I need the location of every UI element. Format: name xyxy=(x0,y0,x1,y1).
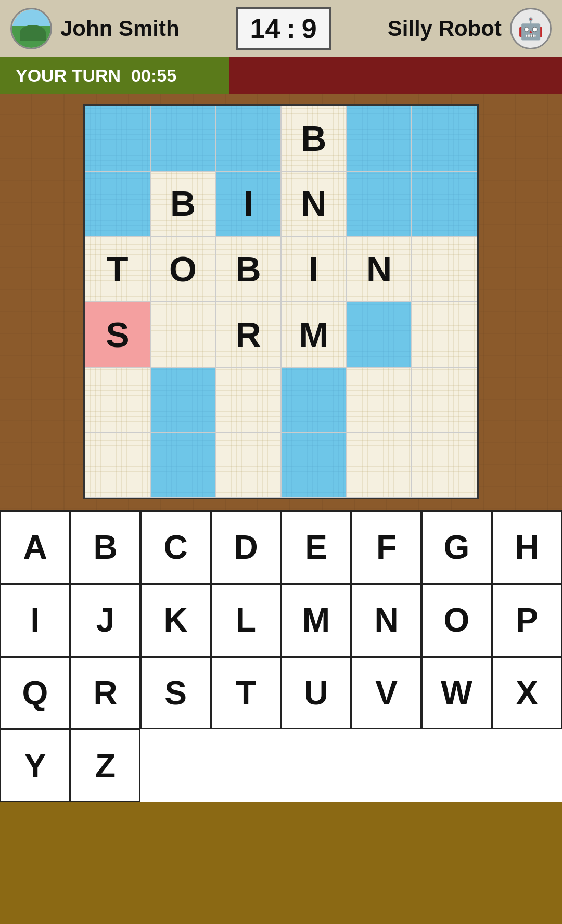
cell-0-3[interactable]: B xyxy=(281,106,347,171)
cell-1-1[interactable]: B xyxy=(150,171,216,237)
player1-avatar xyxy=(10,8,52,49)
letter-O: O xyxy=(169,249,197,289)
cell-1-3[interactable]: N xyxy=(281,171,347,237)
cell-2-5[interactable] xyxy=(412,236,477,302)
key-H[interactable]: H xyxy=(492,511,562,584)
key-L[interactable]: L xyxy=(211,584,281,657)
board-area: B B I N T O B I N S R M xyxy=(0,94,562,510)
your-turn-section: YOUR TURN 00:55 xyxy=(0,57,229,94)
score-display: 14 : 9 xyxy=(236,7,331,50)
cell-4-2[interactable] xyxy=(215,367,281,433)
key-V[interactable]: V xyxy=(351,657,422,729)
letter-B-mid: B xyxy=(170,183,196,224)
letter-M: M xyxy=(299,314,328,355)
letter-N-row2: N xyxy=(366,249,392,289)
key-N[interactable]: N xyxy=(351,584,422,657)
cell-3-1[interactable] xyxy=(150,302,216,367)
cell-1-0[interactable] xyxy=(85,171,150,237)
letter-I-top: I xyxy=(244,183,253,224)
key-F[interactable]: F xyxy=(351,511,422,584)
key-X[interactable]: X xyxy=(492,657,562,729)
cell-3-0[interactable]: S xyxy=(85,302,150,367)
cell-5-2[interactable] xyxy=(215,432,281,498)
cell-2-1[interactable]: O xyxy=(150,236,216,302)
key-O[interactable]: O xyxy=(422,584,492,657)
cell-2-2[interactable]: B xyxy=(215,236,281,302)
key-E[interactable]: E xyxy=(281,511,351,584)
key-empty-5 xyxy=(422,729,492,802)
key-U[interactable]: U xyxy=(281,657,351,729)
cell-1-5[interactable] xyxy=(412,171,477,237)
key-empty-1 xyxy=(140,729,211,802)
cell-5-5[interactable] xyxy=(412,432,477,498)
player1-name: John Smith xyxy=(60,16,180,41)
cell-4-1[interactable] xyxy=(150,367,216,433)
key-empty-6 xyxy=(492,729,562,802)
player2-score: 9 xyxy=(302,13,317,44)
cell-2-4[interactable]: N xyxy=(347,236,412,302)
turn-timer: 00:55 xyxy=(131,66,176,86)
player2-name: Silly Robot xyxy=(388,16,502,41)
key-B[interactable]: B xyxy=(70,511,140,584)
cell-1-2[interactable]: I xyxy=(215,171,281,237)
key-D[interactable]: D xyxy=(211,511,281,584)
opponent-turn-section xyxy=(229,57,562,94)
letter-I-row2: I xyxy=(309,249,318,289)
cell-5-3[interactable] xyxy=(281,432,347,498)
player2-section: Silly Robot 🤖 xyxy=(388,8,552,49)
cell-3-2[interactable]: R xyxy=(215,302,281,367)
cell-2-3[interactable]: I xyxy=(281,236,347,302)
your-turn-label: YOUR TURN xyxy=(16,66,121,86)
key-G[interactable]: G xyxy=(422,511,492,584)
cell-0-4[interactable] xyxy=(347,106,412,171)
key-T[interactable]: T xyxy=(211,657,281,729)
letter-T: T xyxy=(107,249,129,289)
cell-2-0[interactable]: T xyxy=(85,236,150,302)
cell-3-3[interactable]: M xyxy=(281,302,347,367)
letter-R: R xyxy=(236,314,261,355)
key-C[interactable]: C xyxy=(140,511,211,584)
letter-S: S xyxy=(106,314,129,355)
key-K[interactable]: K xyxy=(140,584,211,657)
player2-avatar: 🤖 xyxy=(510,8,552,49)
cell-0-1[interactable] xyxy=(150,106,216,171)
key-A[interactable]: A xyxy=(0,511,70,584)
key-Y[interactable]: Y xyxy=(0,729,70,802)
cell-5-0[interactable] xyxy=(85,432,150,498)
cell-5-1[interactable] xyxy=(150,432,216,498)
key-Q[interactable]: Q xyxy=(0,657,70,729)
game-board[interactable]: B B I N T O B I N S R M xyxy=(83,104,479,499)
key-S[interactable]: S xyxy=(140,657,211,729)
cell-5-4[interactable] xyxy=(347,432,412,498)
key-P[interactable]: P xyxy=(492,584,562,657)
cell-1-4[interactable] xyxy=(347,171,412,237)
key-empty-4 xyxy=(351,729,422,802)
cell-0-2[interactable] xyxy=(215,106,281,171)
key-W[interactable]: W xyxy=(422,657,492,729)
player1-section: John Smith xyxy=(10,8,180,49)
letter-N-top: N xyxy=(301,183,326,224)
cell-4-4[interactable] xyxy=(347,367,412,433)
keyboard: A B C D E F G H I J K L M N O P Q R S T … xyxy=(0,510,562,802)
key-I[interactable]: I xyxy=(0,584,70,657)
turn-bar: YOUR TURN 00:55 xyxy=(0,57,562,94)
cell-4-5[interactable] xyxy=(412,367,477,433)
cell-3-5[interactable] xyxy=(412,302,477,367)
key-M[interactable]: M xyxy=(281,584,351,657)
cell-0-0[interactable] xyxy=(85,106,150,171)
score-separator: : xyxy=(286,13,295,44)
header: John Smith 14 : 9 Silly Robot 🤖 xyxy=(0,0,562,57)
key-empty-3 xyxy=(281,729,351,802)
cell-4-0[interactable] xyxy=(85,367,150,433)
key-J[interactable]: J xyxy=(70,584,140,657)
letter-B-row2: B xyxy=(236,249,261,289)
cell-3-4[interactable] xyxy=(347,302,412,367)
key-R[interactable]: R xyxy=(70,657,140,729)
cell-4-3[interactable] xyxy=(281,367,347,433)
player1-score: 14 xyxy=(250,13,280,44)
key-Z[interactable]: Z xyxy=(70,729,140,802)
letter-B-top: B xyxy=(301,118,326,159)
key-empty-2 xyxy=(211,729,281,802)
cell-0-5[interactable] xyxy=(412,106,477,171)
